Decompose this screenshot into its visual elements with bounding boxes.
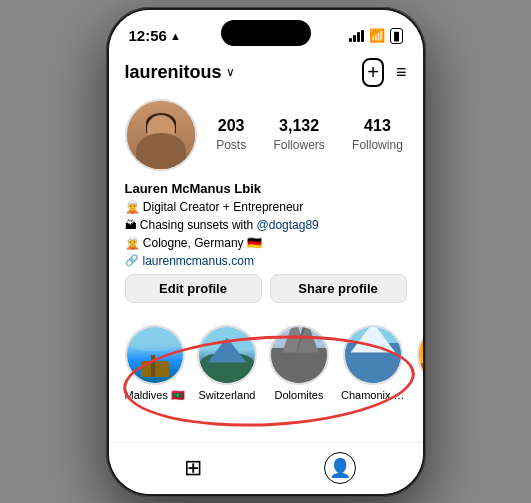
highlight-circle-switzerland xyxy=(197,325,257,385)
bio-line-1: 🧝 Digital Creator + Entrepreneur xyxy=(125,198,407,216)
chevron-down-icon[interactable]: ∨ xyxy=(226,65,235,79)
dynamic-island xyxy=(221,20,311,46)
link-icon: 🔗 xyxy=(125,254,139,267)
followers-stat[interactable]: 3,132 Followers xyxy=(273,117,324,153)
bio-section: Lauren McManus Lbik 🧝 Digital Creator + … xyxy=(125,181,407,268)
highlight-label-dolomites: Dolomites xyxy=(275,389,324,401)
highlight-escon[interactable]: Escon xyxy=(417,325,423,402)
profile-tab-icon[interactable]: 👤 xyxy=(324,452,356,484)
battery-icon: ▮ xyxy=(390,28,403,44)
wifi-icon: 📶 xyxy=(369,28,385,43)
avatar-silhouette xyxy=(127,101,195,169)
highlight-label-chamonix: Chamonix 🎿 xyxy=(341,389,405,402)
posts-label: Posts xyxy=(216,138,246,152)
stats-row: 203 Posts 3,132 Followers 413 Following xyxy=(213,117,407,153)
followers-label: Followers xyxy=(273,138,324,152)
nav-icons: + ≡ xyxy=(362,58,406,87)
highlight-circle-dolomites xyxy=(269,325,329,385)
share-profile-button[interactable]: Share profile xyxy=(270,274,407,303)
bio-line-3: 🧝 Cologne, Germany 🇩🇪 xyxy=(125,234,407,252)
status-time: 12:56 ▲ xyxy=(129,27,181,44)
highlight-circle-chamonix xyxy=(343,325,403,385)
followers-count: 3,132 xyxy=(273,117,324,135)
username-label: laurenitous xyxy=(125,62,222,83)
highlights-row: Maldives 🇲🇻 Switzerland xyxy=(109,321,423,410)
body xyxy=(136,133,186,169)
highlight-label-switzerland: Switzerland xyxy=(199,389,256,401)
avatar-image xyxy=(127,101,195,169)
nav-bar: laurenitous ∨ + ≡ xyxy=(109,54,423,95)
buttons-row: Edit profile Share profile xyxy=(125,274,407,303)
highlight-chamonix[interactable]: Chamonix 🎿 xyxy=(341,325,405,402)
profile-top: 203 Posts 3,132 Followers 413 Following xyxy=(125,99,407,171)
add-content-icon[interactable]: + xyxy=(362,58,384,87)
posts-count: 203 xyxy=(216,117,246,135)
bottom-tabs: ⊞ 👤 xyxy=(109,442,423,494)
phone-screen: 12:56 ▲ 📶 ▮ laurenitous ∨ + xyxy=(109,10,423,494)
status-icons: 📶 ▮ xyxy=(349,28,403,44)
phone-frame: 12:56 ▲ 📶 ▮ laurenitous ∨ + xyxy=(106,7,426,497)
edit-profile-button[interactable]: Edit profile xyxy=(125,274,262,303)
hamburger-menu-icon[interactable]: ≡ xyxy=(396,62,407,83)
highlight-label-maldives: Maldives 🇲🇻 xyxy=(125,389,185,402)
location-arrow-icon: ▲ xyxy=(170,30,181,42)
highlight-circle-escon xyxy=(417,325,423,385)
username-row[interactable]: laurenitous ∨ xyxy=(125,62,235,83)
highlight-circle-maldives xyxy=(125,325,185,385)
highlight-dolomites[interactable]: Dolomites xyxy=(269,325,329,402)
home-tab-icon[interactable]: ⊞ xyxy=(176,447,210,489)
highlight-maldives[interactable]: Maldives 🇲🇻 xyxy=(125,325,185,402)
following-label: Following xyxy=(352,138,403,152)
bio-line-2: 🏔 Chasing sunsets with @dogtag89 xyxy=(125,216,407,234)
profile-section: 203 Posts 3,132 Followers 413 Following … xyxy=(109,95,423,321)
following-stat[interactable]: 413 Following xyxy=(352,117,403,153)
bio-link[interactable]: 🔗 laurenmcmanus.com xyxy=(125,254,407,268)
avatar[interactable] xyxy=(125,99,197,171)
highlight-switzerland[interactable]: Switzerland xyxy=(197,325,257,402)
bio-name: Lauren McManus Lbik xyxy=(125,181,407,196)
bio-link-text: laurenmcmanus.com xyxy=(143,254,254,268)
posts-stat[interactable]: 203 Posts xyxy=(216,117,246,153)
signal-icon xyxy=(349,30,364,42)
following-count: 413 xyxy=(352,117,403,135)
